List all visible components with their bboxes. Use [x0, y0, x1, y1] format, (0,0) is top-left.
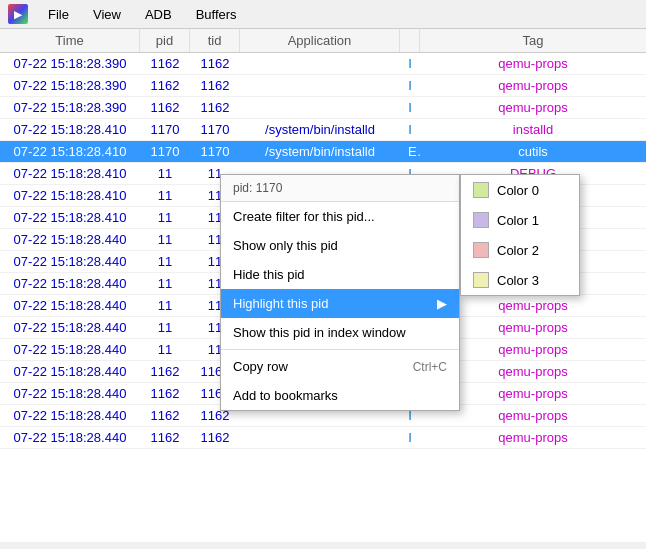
cell-pid: 11 — [140, 251, 190, 272]
cell-pid: 1162 — [140, 53, 190, 74]
table-header: Time pid tid Application Tag — [0, 29, 646, 53]
table-row[interactable]: 07-22 15:18:28.390 1162 1162 I qemu-prop… — [0, 97, 646, 119]
col-application: Application — [240, 29, 400, 52]
cell-pid: 1162 — [140, 361, 190, 382]
cell-pid: 11 — [140, 295, 190, 316]
color-swatch-1 — [473, 212, 489, 228]
cell-time: 07-22 15:18:28.440 — [0, 361, 140, 382]
cell-time: 07-22 15:18:28.410 — [0, 119, 140, 140]
cell-app — [240, 427, 400, 448]
table-row[interactable]: 07-22 15:18:28.390 1162 1162 I qemu-prop… — [0, 75, 646, 97]
menu-separator — [221, 349, 459, 350]
cell-pid: 11 — [140, 229, 190, 250]
cell-time: 07-22 15:18:28.410 — [0, 185, 140, 206]
cell-level: I — [400, 75, 420, 96]
col-time: Time — [0, 29, 140, 52]
cell-tag: qemu-props — [420, 427, 646, 448]
menu-view[interactable]: View — [89, 5, 125, 24]
cell-tid: 1162 — [190, 427, 240, 448]
submenu-colors: Color 0 Color 1 Color 2 Color 3 — [460, 174, 580, 296]
col-pid: pid — [140, 29, 190, 52]
cell-tag: qemu-props — [420, 53, 646, 74]
col-tid: tid — [190, 29, 240, 52]
submenu-color-2[interactable]: Color 2 — [461, 235, 579, 265]
color-label-1: Color 1 — [497, 213, 539, 228]
cell-level: I — [400, 97, 420, 118]
table-row[interactable]: 07-22 15:18:28.410 1170 1170 /system/bin… — [0, 119, 646, 141]
cell-app: /system/bin/installd — [240, 119, 400, 140]
cell-app: /system/bin/installd — [240, 141, 400, 162]
menu-copy-row[interactable]: Copy row Ctrl+C — [221, 352, 459, 381]
cell-tid: 1162 — [190, 97, 240, 118]
cell-tid: 1170 — [190, 141, 240, 162]
table-row[interactable]: 07-22 15:18:28.390 1162 1162 I qemu-prop… — [0, 53, 646, 75]
menu-file[interactable]: File — [44, 5, 73, 24]
cell-pid: 1162 — [140, 97, 190, 118]
cell-time: 07-22 15:18:28.390 — [0, 53, 140, 74]
submenu-color-0[interactable]: Color 0 — [461, 175, 579, 205]
cell-time: 07-22 15:18:28.440 — [0, 405, 140, 426]
cell-app — [240, 97, 400, 118]
app-icon: ▶ — [8, 4, 28, 24]
cell-time: 07-22 15:18:28.410 — [0, 141, 140, 162]
cell-tid: 1162 — [190, 75, 240, 96]
table-row[interactable]: 07-22 15:18:28.440 1162 1162 I qemu-prop… — [0, 427, 646, 449]
color-swatch-3 — [473, 272, 489, 288]
col-tag: Tag — [420, 29, 646, 52]
menu-buffers[interactable]: Buffers — [192, 5, 241, 24]
menu-show-only-pid[interactable]: Show only this pid — [221, 231, 459, 260]
menu-adb[interactable]: ADB — [141, 5, 176, 24]
cell-pid: 11 — [140, 185, 190, 206]
copy-shortcut: Ctrl+C — [413, 360, 447, 374]
cell-level: E — [400, 141, 420, 162]
cell-level: I — [400, 119, 420, 140]
submenu-color-3[interactable]: Color 3 — [461, 265, 579, 295]
cell-tag: installd — [420, 119, 646, 140]
cell-pid: 11 — [140, 207, 190, 228]
submenu-color-1[interactable]: Color 1 — [461, 205, 579, 235]
cell-time: 07-22 15:18:28.440 — [0, 295, 140, 316]
cell-time: 07-22 15:18:28.440 — [0, 229, 140, 250]
cell-app — [240, 53, 400, 74]
cell-time: 07-22 15:18:28.440 — [0, 273, 140, 294]
color-label-3: Color 3 — [497, 273, 539, 288]
cell-pid: 1170 — [140, 141, 190, 162]
menu-show-pid-index[interactable]: Show this pid in index window — [221, 318, 459, 347]
color-label-0: Color 0 — [497, 183, 539, 198]
col-level — [400, 29, 420, 52]
menu-add-bookmarks[interactable]: Add to bookmarks — [221, 381, 459, 410]
menu-create-filter[interactable]: Create filter for this pid... — [221, 202, 459, 231]
cell-level: I — [400, 427, 420, 448]
menu-hide-pid[interactable]: Hide this pid — [221, 260, 459, 289]
cell-level: I — [400, 53, 420, 74]
cell-time: 07-22 15:18:28.390 — [0, 97, 140, 118]
context-menu-header: pid: 1170 — [221, 175, 459, 202]
cell-pid: 11 — [140, 273, 190, 294]
color-swatch-0 — [473, 182, 489, 198]
cell-time: 07-22 15:18:28.390 — [0, 75, 140, 96]
cell-pid: 11 — [140, 317, 190, 338]
cell-time: 07-22 15:18:28.440 — [0, 317, 140, 338]
cell-pid: 1162 — [140, 427, 190, 448]
title-bar: ▶ File View ADB Buffers — [0, 0, 646, 29]
cell-tag: qemu-props — [420, 75, 646, 96]
context-menu: pid: 1170 Create filter for this pid... … — [220, 174, 460, 411]
color-swatch-2 — [473, 242, 489, 258]
cell-pid: 1162 — [140, 75, 190, 96]
table-row[interactable]: 07-22 15:18:28.410 1170 1170 /system/bin… — [0, 141, 646, 163]
color-label-2: Color 2 — [497, 243, 539, 258]
cell-pid: 11 — [140, 339, 190, 360]
cell-pid: 11 — [140, 163, 190, 184]
cell-pid: 1162 — [140, 383, 190, 404]
cell-app — [240, 75, 400, 96]
cell-tag: qemu-props — [420, 97, 646, 118]
cell-time: 07-22 15:18:28.440 — [0, 339, 140, 360]
menu-highlight-pid[interactable]: Highlight this pid ▶ — [221, 289, 459, 318]
log-table-container: Time pid tid Application Tag 07-22 15:18… — [0, 29, 646, 542]
cell-time: 07-22 15:18:28.440 — [0, 383, 140, 404]
cell-pid: 1162 — [140, 405, 190, 426]
menu-bar: File View ADB Buffers — [44, 5, 241, 24]
cell-time: 07-22 15:18:28.410 — [0, 207, 140, 228]
cell-time: 07-22 15:18:28.440 — [0, 427, 140, 448]
cell-tag: cutils — [420, 141, 646, 162]
